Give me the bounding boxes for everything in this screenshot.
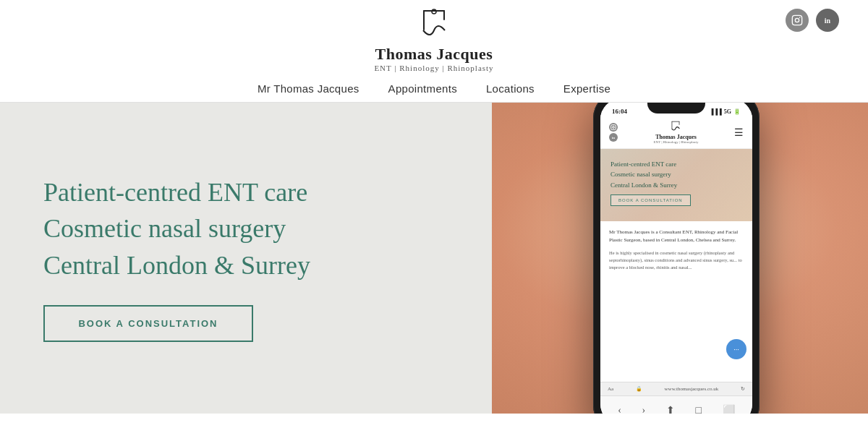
phone-back-icon[interactable]: ‹ xyxy=(618,405,621,414)
phone-signal-bars: ▐▐▐ xyxy=(710,108,722,115)
phone-logo-title: Thomas Jacques xyxy=(655,134,697,140)
phone-hero-line-2: Cosmetic nasal surgery xyxy=(610,169,742,179)
phone-address-bar: Aa 🔒 www.thomasjacques.co.uk ↻ xyxy=(600,382,752,395)
phone-hero-line-1: Patient-centred ENT care xyxy=(610,159,742,169)
logo-icon xyxy=(416,9,452,45)
svg-rect-7 xyxy=(611,125,616,130)
svg-rect-2 xyxy=(443,10,445,20)
svg-rect-10 xyxy=(672,121,680,122)
hero-left: Patient-centred ENT care Cosmetic nasal … xyxy=(0,103,492,414)
hero-line-3: Central London & Surrey xyxy=(43,247,448,283)
phone-cta-button[interactable]: BOOK A CONSULTATION xyxy=(610,194,691,206)
phone-chat-bubble[interactable]: ··· xyxy=(726,339,746,359)
hero-cta-button[interactable]: BOOK A CONSULTATION xyxy=(43,305,253,342)
phone-notch xyxy=(647,103,705,114)
hero-section: Patient-centred ENT care Cosmetic nasal … xyxy=(0,103,868,414)
logo-subtitle: ENT | Rhinology | Rhinoplasty xyxy=(374,64,493,72)
svg-point-5 xyxy=(795,18,799,22)
svg-rect-11 xyxy=(679,121,680,125)
phone-logo-sub: ENT | Rhinology | Rhinoplasty xyxy=(654,140,699,144)
svg-rect-9 xyxy=(672,121,673,129)
phone-bio-secondary: He is highly specialised in cosmetic nas… xyxy=(609,249,744,270)
linkedin-icon[interactable]: in xyxy=(816,9,839,32)
phone-hero-line-3: Central London & Surrey xyxy=(610,180,742,190)
svg-point-6 xyxy=(799,17,801,19)
chat-dots: ··· xyxy=(733,346,739,354)
header-top: Thomas Jacques ENT | Rhinology | Rhinopl… xyxy=(0,9,868,75)
phone-share-icon[interactable]: ⬆ xyxy=(666,404,675,414)
hero-heading: Patient-centred ENT care Cosmetic nasal … xyxy=(43,174,448,283)
phone-hamburger-icon[interactable]: ☰ xyxy=(734,127,744,139)
phone-forward-icon[interactable]: › xyxy=(642,405,646,414)
phone-url: www.thomasjacques.co.uk xyxy=(665,386,719,392)
phone-bio-main: Mr Thomas Jacques is a Consultant ENT, R… xyxy=(609,228,744,244)
phone-tabs-icon[interactable]: ⬜ xyxy=(723,404,735,414)
phone-time: 16:04 xyxy=(612,108,627,115)
logo-title: Thomas Jacques xyxy=(375,45,493,64)
phone-mockup: 16:04 ▐▐▐ 5G 🔋 xyxy=(593,103,760,414)
phone-linkedin-icon: in xyxy=(609,133,618,142)
phone-instagram-icon xyxy=(609,123,618,132)
phone-signal: ▐▐▐ 5G 🔋 xyxy=(710,108,741,115)
svg-rect-4 xyxy=(792,15,801,25)
main-nav: Mr Thomas Jacques Appointments Locations… xyxy=(258,75,610,102)
phone-bottom-browser-bar: ‹ › ⬆ □ ⬜ xyxy=(600,395,752,414)
nav-item-mr-thomas[interactable]: Mr Thomas Jacques xyxy=(258,82,359,95)
phone-header: in Thomas Jacques ENT | Rhinology | Rhin… xyxy=(600,118,752,149)
phone-battery: 🔋 xyxy=(733,108,741,115)
phone-lock-icon: 🔒 xyxy=(636,386,642,392)
svg-rect-1 xyxy=(423,10,445,12)
phone-hero: Patient-centred ENT care Cosmetic nasal … xyxy=(600,149,752,221)
hero-line-2: Cosmetic nasal surgery xyxy=(43,210,448,247)
phone-signal-type: 5G xyxy=(724,108,731,115)
phone-social-icons: in xyxy=(609,123,618,142)
site-header: Thomas Jacques ENT | Rhinology | Rhinopl… xyxy=(0,0,868,103)
social-icons: in xyxy=(786,9,839,32)
phone-screen: 16:04 ▐▐▐ 5G 🔋 xyxy=(600,103,752,414)
linkedin-label: in xyxy=(825,17,830,25)
hero-line-1: Patient-centred ENT care xyxy=(43,174,448,210)
svg-rect-0 xyxy=(423,10,425,30)
phone-logo-area: Thomas Jacques ENT | Rhinology | Rhinopl… xyxy=(654,121,699,144)
nav-item-expertise[interactable]: Expertise xyxy=(563,82,610,95)
phone-refresh-icon[interactable]: ↻ xyxy=(741,386,745,392)
logo-area: Thomas Jacques ENT | Rhinology | Rhinopl… xyxy=(374,9,493,75)
svg-point-8 xyxy=(613,127,615,129)
phone-hero-text: Patient-centred ENT care Cosmetic nasal … xyxy=(610,159,742,206)
nav-item-locations[interactable]: Locations xyxy=(486,82,535,95)
nav-item-appointments[interactable]: Appointments xyxy=(388,82,457,95)
instagram-icon[interactable] xyxy=(786,9,809,32)
phone-content: Mr Thomas Jacques is a Consultant ENT, R… xyxy=(600,221,752,278)
phone-bookmarks-icon[interactable]: □ xyxy=(696,405,702,414)
phone-outer: 16:04 ▐▐▐ 5G 🔋 xyxy=(593,103,760,414)
phone-font-size: Aa xyxy=(608,386,613,392)
